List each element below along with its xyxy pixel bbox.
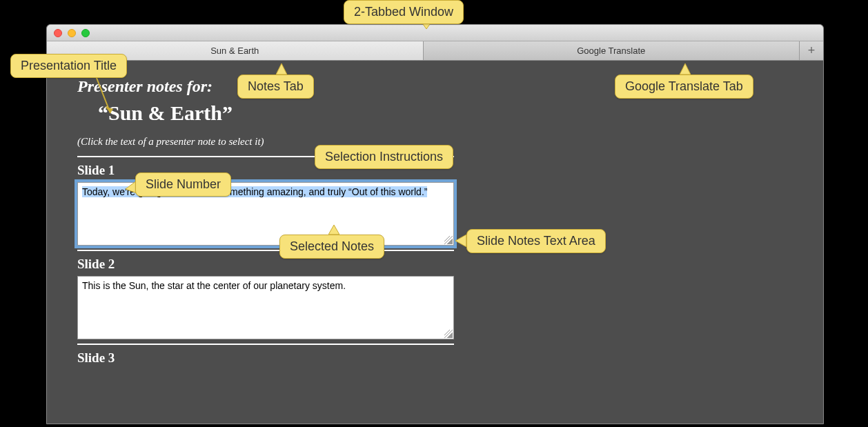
callout-slide-number: Slide Number [135,172,231,197]
slide-notes-textarea[interactable]: This is the Sun, the star at the center … [77,276,454,339]
tab-google-translate-label: Google Translate [577,46,645,56]
callout-presentation-title: Presentation Title [10,54,127,78]
presentation-title: “Sun & Earth” [98,101,793,125]
callout-notes-tab: Notes Tab [237,75,314,99]
slide-label: Slide 3 [77,350,454,366]
divider [77,250,454,251]
plus-icon: + [808,43,816,58]
tab-notes-label: Sun & Earth [210,46,259,56]
callout-tabbed-window: 2-Tabbed Window [344,0,464,24]
callout-selection-instructions: Selection Instructions [315,145,453,169]
callout-selected-notes: Selected Notes [279,235,384,259]
tab-bar: Sun & Earth Google Translate + [47,41,823,61]
callout-slide-notes-text-area: Slide Notes Text Area [466,229,606,253]
slide-label: Slide 2 [77,257,454,272]
new-tab-button[interactable]: + [800,41,823,60]
callout-google-translate-tab: Google Translate Tab [615,75,753,99]
close-button[interactable] [54,29,62,37]
slide-notes-textarea[interactable]: Today, we're going to talk about somethi… [77,182,454,246]
titlebar [47,25,823,41]
tab-google-translate[interactable]: Google Translate [424,41,800,60]
slides-list: Slide 1 Today, we're going to talk about… [77,156,454,366]
note-text: This is the Sun, the star at the center … [82,280,346,291]
content-area: Presenter notes for: “Sun & Earth” (Clic… [47,61,823,370]
selected-note-text: Today, we're going to talk about somethi… [82,186,427,197]
maximize-button[interactable] [81,29,90,37]
divider [77,344,454,345]
minimize-button[interactable] [68,29,76,37]
